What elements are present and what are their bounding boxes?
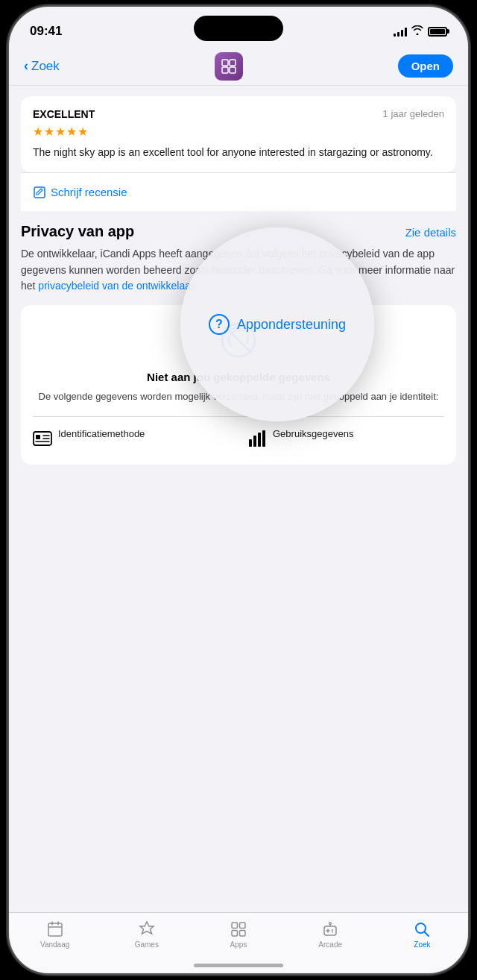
app-support-content: ? Appondersteuning <box>209 314 346 335</box>
status-icons <box>394 25 447 37</box>
write-review-icon <box>33 186 46 199</box>
signal-bars-icon <box>394 26 407 37</box>
review-header: EXCELLENT 1 jaar geleden <box>33 108 444 120</box>
svg-rect-4 <box>34 187 45 198</box>
svg-rect-23 <box>240 931 246 937</box>
usage-data-icon <box>247 429 267 453</box>
review-stars: ★★★★★ <box>33 125 444 139</box>
privacy-items: Identificatiemethode Gebruiksgegevens <box>33 416 444 453</box>
identification-icon <box>33 429 52 453</box>
back-label: Zoek <box>31 59 60 74</box>
games-icon <box>138 920 156 938</box>
tab-apps-label: Apps <box>230 940 247 949</box>
svg-rect-2 <box>222 67 228 73</box>
svg-rect-3 <box>230 67 236 73</box>
svg-point-30 <box>329 923 332 925</box>
privacy-title: Privacy van app <box>21 223 134 240</box>
svg-rect-8 <box>36 435 40 439</box>
tab-arcade[interactable]: Arcade <box>285 920 376 949</box>
tab-zoek[interactable]: Zoek <box>376 920 468 949</box>
back-button[interactable]: ‹ Zoek <box>24 58 60 74</box>
actions-row: Schrijf recensie <box>21 172 456 211</box>
see-details-button[interactable]: Zie details <box>405 226 456 239</box>
wifi-icon <box>411 25 423 37</box>
svg-rect-1 <box>230 60 236 66</box>
arcade-icon <box>321 920 339 938</box>
usage-data-label: Gebruiksgegevens <box>273 427 353 441</box>
svg-line-32 <box>425 932 429 937</box>
identification-label: Identificatiemethode <box>58 427 145 441</box>
tab-vandaag-label: Vandaag <box>40 940 69 949</box>
privacy-item-identification: Identificatiemethode <box>33 427 230 453</box>
apps-icon <box>230 920 247 938</box>
battery-icon <box>428 27 447 37</box>
chevron-left-icon: ‹ <box>24 58 28 74</box>
svg-rect-13 <box>253 436 256 447</box>
review-title: EXCELLENT <box>33 108 95 120</box>
tab-games-label: Games <box>135 940 159 949</box>
zoek-icon <box>413 920 431 938</box>
status-time: 09:41 <box>30 24 62 39</box>
help-circle-icon: ? <box>209 314 230 335</box>
svg-rect-20 <box>232 923 238 929</box>
svg-rect-22 <box>232 931 238 937</box>
svg-point-27 <box>332 929 333 931</box>
svg-rect-21 <box>240 923 246 929</box>
magnifier-overlay: ? Appondersteuning <box>180 227 374 421</box>
privacy-policy-link[interactable]: privacybeleid van de ontwikkelaar <box>38 280 194 292</box>
svg-rect-12 <box>249 439 252 447</box>
vandaag-icon <box>46 920 64 938</box>
scroll-content: EXCELLENT 1 jaar geleden ★★★★★ The night… <box>9 86 468 915</box>
home-indicator <box>194 964 283 967</box>
tab-games[interactable]: Games <box>101 920 192 949</box>
tab-apps[interactable]: Apps <box>192 920 284 949</box>
open-button[interactable]: Open <box>398 54 453 78</box>
svg-rect-0 <box>222 60 228 66</box>
review-date: 1 jaar geleden <box>383 108 444 119</box>
app-support-label[interactable]: Appondersteuning <box>237 317 346 333</box>
review-text: The night sky app is an excellent tool f… <box>33 145 444 160</box>
tab-arcade-label: Arcade <box>318 940 342 949</box>
svg-rect-16 <box>48 923 62 936</box>
svg-point-28 <box>332 932 333 933</box>
svg-rect-14 <box>258 433 261 447</box>
phone-frame: 09:41 ‹ Zoek <box>7 5 470 975</box>
write-review-button[interactable]: Schrijf recensie <box>33 186 127 199</box>
privacy-item-usage: Gebruiksgegevens <box>247 427 444 453</box>
tab-zoek-label: Zoek <box>414 940 430 949</box>
write-review-label: Schrijf recensie <box>51 186 127 198</box>
nav-bar: ‹ Zoek Open <box>9 47 468 86</box>
dynamic-island <box>194 16 283 41</box>
review-card: EXCELLENT 1 jaar geleden ★★★★★ The night… <box>21 96 456 172</box>
svg-rect-15 <box>262 430 265 447</box>
app-icon <box>215 52 243 81</box>
tab-vandaag[interactable]: Vandaag <box>9 920 101 949</box>
